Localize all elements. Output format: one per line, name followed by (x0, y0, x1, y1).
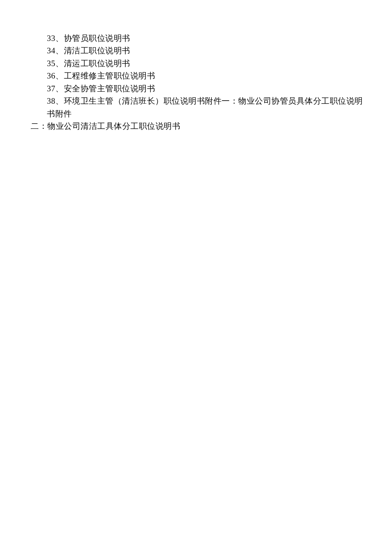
list-item: 37、安全协管主管职位说明书 (31, 82, 369, 95)
list-item: 35、清运工职位说明书 (31, 57, 369, 70)
item-number: 33 (47, 34, 55, 43)
item-number: 35 (47, 59, 55, 68)
list-item-continuation: 二：物业公司清洁工具体分工职位说明书 (31, 120, 369, 132)
list-item: 38、环境卫生主管（清洁班长）职位说明书附件一：物业公司协管员具体分工职位说明书… (31, 95, 369, 120)
list-item: 34、清洁工职位说明书 (31, 44, 369, 57)
item-text: 、清洁工职位说明书 (55, 46, 130, 55)
item-number: 34 (47, 46, 55, 55)
list-item: 36、工程维修主管职位说明书 (31, 70, 369, 82)
item-text-line1: 、环境卫生主管（清洁班长）职位说明书附件一：物业公司协管员具体分工职位说明书附件 (47, 96, 363, 118)
item-number: 37 (47, 84, 55, 93)
item-text: 、安全协管主管职位说明书 (55, 84, 155, 93)
item-text: 、工程维修主管职位说明书 (55, 71, 155, 80)
item-text: 、协管员职位说明书 (55, 34, 130, 43)
item-text: 、清运工职位说明书 (55, 59, 130, 68)
document-content: 33、协管员职位说明书 34、清洁工职位说明书 35、清运工职位说明书 36、工… (31, 32, 369, 133)
item-text-line2: 二：物业公司清洁工具体分工职位说明书 (31, 122, 180, 131)
item-number: 38 (47, 96, 55, 105)
list-item: 33、协管员职位说明书 (31, 32, 369, 44)
item-number: 36 (47, 71, 55, 80)
